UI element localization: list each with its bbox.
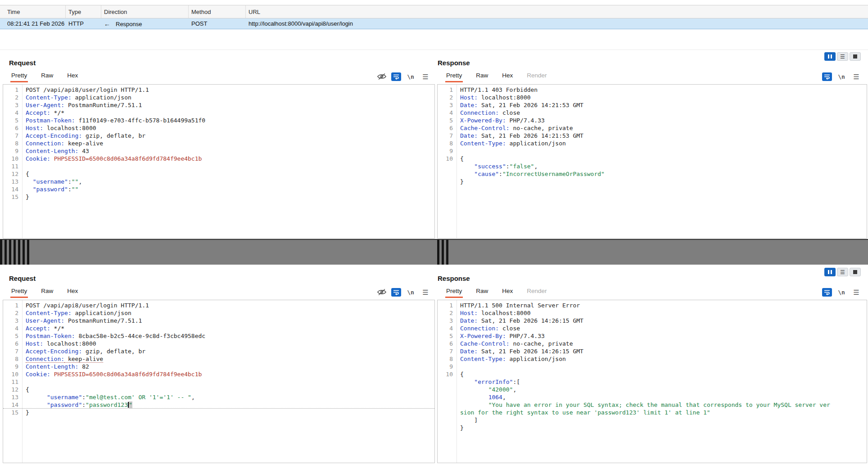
line-code: X-Powered-By: PHP/7.4.33 [457, 117, 545, 124]
line-code: Host: localhost:8000 [22, 124, 96, 132]
editor-menu-icon[interactable]: ☰ [420, 288, 431, 297]
code-line: 3Date: Sat, 21 Feb 2026 14:26:15 GMT [438, 317, 867, 324]
word-wrap-icon[interactable] [391, 72, 401, 81]
tab-render[interactable]: Render [526, 287, 547, 298]
tab-hex[interactable]: Hex [501, 287, 514, 298]
line-code: Connection: close [457, 324, 520, 332]
show-newlines-icon[interactable]: \n [836, 72, 847, 81]
request-editor-bottom[interactable]: 1POST /vapi/api8/user/login HTTP/1.12Con… [3, 300, 435, 463]
tab-pretty[interactable]: Pretty [10, 287, 28, 298]
word-wrap-icon[interactable] [822, 72, 832, 81]
tab-hex[interactable]: Hex [66, 71, 79, 82]
line-number: 7 [438, 347, 457, 355]
block-view-button[interactable] [850, 52, 861, 61]
line-number [438, 378, 457, 386]
code-line: 5X-Powered-By: PHP/7.4.33 [438, 117, 867, 124]
code-line: 6Host: localhost:8000 [3, 340, 434, 347]
code-line: 5X-Powered-By: PHP/7.4.33 [438, 332, 867, 340]
request-panel-title: Request [9, 275, 36, 282]
line-number: 8 [3, 140, 22, 147]
lines-view-button[interactable]: ☰ [837, 52, 848, 61]
code-line: 2Host: localhost:8000 [438, 309, 867, 317]
line-number: 2 [438, 94, 457, 101]
line-number [438, 409, 457, 416]
line-number: 6 [438, 340, 457, 347]
tab-raw[interactable]: Raw [475, 287, 489, 298]
word-wrap-icon[interactable] [822, 288, 832, 297]
tab-pretty[interactable]: Pretty [445, 71, 463, 82]
http-log-table: Time Type Direction Method URL 08:21:41 … [0, 5, 868, 29]
line-code: } [457, 424, 464, 432]
editor-menu-icon[interactable]: ☰ [851, 72, 862, 81]
log-row-selected[interactable]: 08:21:41 21 Feb 2026 HTTP ←Response POST… [0, 18, 868, 29]
line-code: "42000", [457, 386, 516, 393]
line-number: 5 [3, 332, 22, 340]
line-code: { [457, 155, 464, 162]
splitter-grip-left[interactable] [0, 240, 31, 265]
line-number [438, 424, 457, 432]
line-number: 1 [438, 302, 457, 309]
show-newlines-icon[interactable]: \n [405, 288, 416, 297]
editor-menu-icon[interactable]: ☰ [851, 288, 862, 297]
vertical-splitter-top[interactable] [435, 50, 437, 239]
column-header-time[interactable]: Time [0, 5, 66, 18]
line-code: Content-Type: application/json [457, 140, 566, 147]
splitter-grip-middle[interactable] [437, 240, 448, 265]
column-header-url[interactable]: URL [246, 5, 868, 18]
column-header-direction[interactable]: Direction [101, 5, 189, 18]
request-tabs-bottom: Pretty Raw Hex [10, 287, 91, 298]
block-view-button[interactable] [850, 268, 861, 276]
column-header-method[interactable]: Method [189, 5, 246, 18]
vertical-splitter-bottom[interactable] [435, 265, 437, 464]
line-code: Content-Type: application/json [22, 94, 131, 101]
code-line: "42000", [438, 386, 867, 393]
show-newlines-icon[interactable]: \n [405, 72, 416, 81]
line-code: "errorInfo":[ [457, 378, 520, 386]
tab-render[interactable]: Render [526, 71, 547, 82]
code-line: 5Postman-Token: 8cbac58e-b2c5-44ce-9c8d-… [3, 332, 434, 340]
column-header-type[interactable]: Type [66, 5, 101, 18]
line-code: "password":"password123" [22, 401, 132, 408]
tab-pretty[interactable]: Pretty [445, 287, 463, 298]
line-code: Date: Sat, 21 Feb 2026 14:26:15 GMT [457, 347, 583, 355]
response-editor-top[interactable]: 1HTTP/1.1 403 Forbidden2Host: localhost:… [437, 84, 867, 239]
word-wrap-icon[interactable] [391, 288, 401, 297]
request-editor-top[interactable]: 1POST /vapi/api8/user/login HTTP/1.12Con… [3, 84, 435, 239]
horizontal-splitter[interactable] [0, 239, 868, 265]
tab-raw[interactable]: Raw [40, 287, 54, 298]
line-number: 4 [438, 109, 457, 117]
tab-raw[interactable]: Raw [40, 71, 54, 82]
line-number: 9 [438, 363, 457, 370]
hide-content-eye-icon[interactable] [376, 288, 387, 297]
response-controls-top: ☰ [824, 52, 861, 61]
line-number: 8 [438, 355, 457, 363]
code-line: ] [438, 416, 867, 424]
code-line: 4Accept: */* [3, 324, 434, 332]
code-line: 11 [3, 378, 434, 386]
lines-view-button[interactable]: ☰ [837, 268, 848, 276]
show-newlines-icon[interactable]: \n [836, 288, 847, 297]
code-line: 1064, [438, 393, 867, 401]
code-line: 3User-Agent: PostmanRuntime/7.51.1 [3, 317, 434, 324]
line-code: "cause":"IncorrectUsernameOrPassword" [457, 170, 605, 178]
tab-pretty[interactable]: Pretty [10, 71, 28, 82]
response-editor-bottom[interactable]: 1HTTP/1.1 500 Internal Server Error2Host… [437, 300, 867, 463]
pause-button[interactable] [824, 268, 836, 276]
code-line: 6Cache-Control: no-cache, private [438, 124, 867, 132]
line-number: 7 [3, 132, 22, 140]
line-code: "username":"mel@test.com' OR '1'='1' -- … [22, 393, 195, 401]
tab-raw[interactable]: Raw [475, 71, 489, 82]
line-number: 13 [3, 393, 22, 401]
line-code: HTTP/1.1 500 Internal Server Error [457, 302, 580, 309]
tab-hex[interactable]: Hex [501, 71, 514, 82]
editor-menu-icon[interactable]: ☰ [420, 72, 431, 81]
line-code: } [22, 409, 29, 416]
code-line: 10{ [438, 370, 867, 378]
line-number: 9 [3, 363, 22, 370]
response-toolbar-bottom: \n ☰ [822, 288, 862, 297]
pause-button[interactable] [824, 52, 836, 61]
hide-content-eye-icon[interactable] [376, 72, 387, 81]
tab-hex[interactable]: Hex [66, 287, 79, 298]
line-number: 5 [3, 117, 22, 124]
line-code: Host: localhost:8000 [22, 340, 96, 347]
